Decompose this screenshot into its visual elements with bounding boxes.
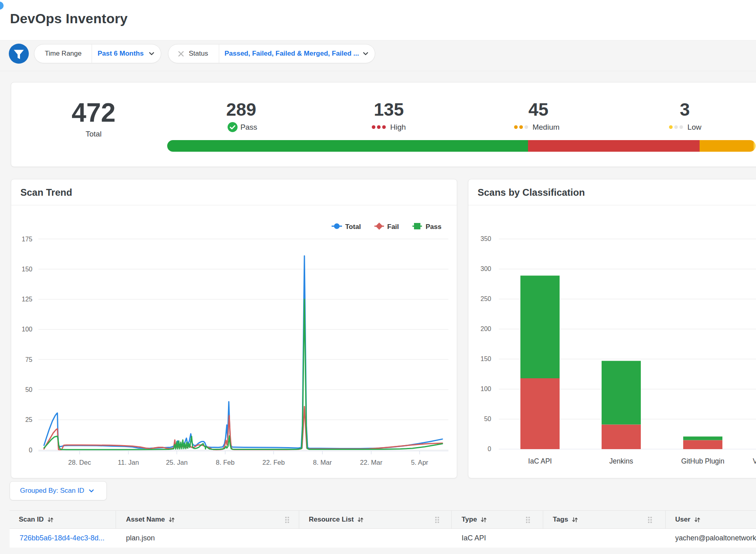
svg-text:150: 150	[22, 266, 32, 273]
svg-text:22. Feb: 22. Feb	[262, 459, 285, 466]
svg-text:100: 100	[22, 326, 32, 333]
svg-text:50: 50	[484, 416, 491, 422]
svg-text:8. Mar: 8. Mar	[313, 459, 332, 466]
svg-text:VSCode: VSCode	[753, 457, 756, 465]
svg-text:Pass: Pass	[426, 223, 442, 231]
svg-text:GitHub Plugin: GitHub Plugin	[681, 457, 724, 465]
svg-text:22. Mar: 22. Mar	[360, 459, 382, 466]
svg-text:300: 300	[480, 265, 491, 272]
svg-text:50: 50	[25, 386, 32, 393]
svg-text:25: 25	[25, 416, 32, 423]
svg-text:11. Jan: 11. Jan	[118, 459, 139, 466]
svg-text:Fail: Fail	[387, 223, 399, 231]
svg-text:8. Feb: 8. Feb	[216, 459, 235, 466]
svg-text:100: 100	[480, 385, 491, 392]
svg-text:5. Apr: 5. Apr	[411, 459, 428, 466]
svg-text:150: 150	[480, 355, 491, 362]
svg-text:Total: Total	[345, 223, 361, 231]
svg-text:IaC API: IaC API	[528, 457, 552, 465]
svg-text:28. Dec: 28. Dec	[68, 459, 91, 466]
svg-text:Jenkins: Jenkins	[609, 457, 633, 465]
svg-text:0: 0	[29, 447, 32, 454]
svg-text:250: 250	[480, 295, 491, 302]
svg-text:200: 200	[480, 325, 491, 332]
svg-text:125: 125	[22, 296, 32, 303]
svg-text:0: 0	[488, 446, 491, 452]
svg-text:175: 175	[22, 236, 32, 243]
svg-text:25. Jan: 25. Jan	[166, 459, 188, 466]
svg-text:75: 75	[25, 356, 32, 363]
svg-text:350: 350	[480, 235, 491, 242]
